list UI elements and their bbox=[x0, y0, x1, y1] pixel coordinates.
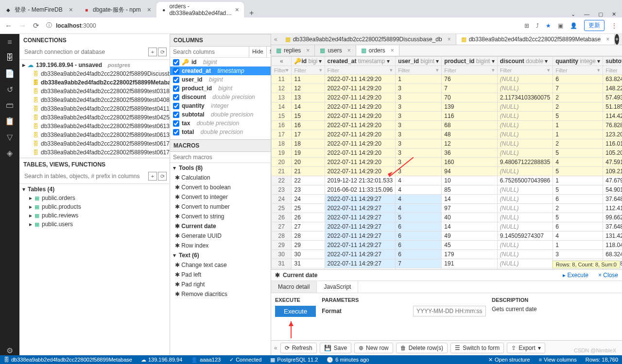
table-row[interactable]: 18 18 2022-07-11 14:29:20 3 12 (NULL) 2 … bbox=[272, 139, 622, 149]
column-header[interactable]: 🔑id bigi ▾ bbox=[292, 57, 325, 66]
menu-icon[interactable]: ≡ bbox=[7, 38, 12, 47]
macro-item[interactable]: ✱ Convert to string bbox=[170, 212, 271, 221]
table-row[interactable]: 27 27 2022-07-11 14:29:27 6 14 (NULL) 6 … bbox=[272, 222, 622, 232]
new-row-button[interactable]: ⊕ New row bbox=[354, 343, 393, 353]
switch-form-button[interactable]: ☰ Switch to form bbox=[450, 343, 504, 353]
macro-item[interactable]: ✱ Remove diacritics bbox=[170, 289, 271, 299]
status-host[interactable]: ☁ 139.196.89.94 bbox=[141, 357, 182, 363]
hide-button[interactable]: Hide bbox=[249, 47, 266, 57]
more-icon[interactable]: ⋮ bbox=[611, 22, 617, 29]
table-row[interactable]: 11 11 2022-07-11 14:29:20 1 76 (NULL) 6 … bbox=[272, 75, 622, 84]
db-node[interactable]: 🗄 db338ea9abb2ed4fadb2cc228002f58899test… bbox=[19, 131, 170, 139]
table-node[interactable]: ▸▦ public.orders bbox=[19, 194, 170, 202]
table-row[interactable]: 20 20 2022-07-11 14:29:20 3 160 9.480671… bbox=[272, 158, 622, 167]
db-node[interactable]: 🗄 db338ea9abb2ed4fadb2cc228002f58899test… bbox=[19, 96, 170, 104]
table-tab-active[interactable]: ▦orders× bbox=[356, 45, 399, 56]
table-row[interactable]: 13 13 2022-07-11 14:29:20 3 70 2.1173410… bbox=[272, 93, 622, 102]
chevron-left-icon[interactable]: « bbox=[274, 345, 277, 351]
db-node[interactable]: 🗄 db338ea9abb2ed4fadb2cc228002f58899Disc… bbox=[19, 69, 170, 78]
column-header[interactable]: discount double ▾ bbox=[497, 57, 553, 66]
view-columns-link[interactable]: ≡ View columns bbox=[539, 357, 577, 363]
forward-button[interactable]: → bbox=[19, 21, 26, 30]
db-node[interactable]: 🗄 db338ea9abb2ed4fadb2cc228002f58899test… bbox=[19, 148, 170, 157]
status-connected[interactable]: ✓ Connected bbox=[229, 357, 261, 363]
macro-item[interactable]: ✱ Calculation bbox=[170, 173, 271, 182]
history-icon[interactable]: ↺ bbox=[7, 85, 13, 94]
maximize-icon[interactable]: ▢ bbox=[598, 11, 603, 17]
file-icon[interactable]: 📄 bbox=[5, 69, 15, 78]
column-checkbox[interactable] bbox=[173, 77, 179, 83]
update-button[interactable]: 更新 bbox=[584, 20, 605, 31]
close-icon[interactable]: × bbox=[147, 6, 151, 14]
close-icon[interactable]: × bbox=[606, 36, 609, 43]
archive-icon[interactable]: 🗃 bbox=[6, 101, 14, 110]
table-row[interactable]: 17 17 2022-07-11 14:29:20 3 48 (NULL) 1 … bbox=[272, 130, 622, 139]
table-row[interactable]: 23 23 2016-06-02 11:33:15.096 4 85 (NULL… bbox=[272, 185, 622, 195]
status-engine[interactable]: ▦ PostgreSQL 11.2 bbox=[270, 357, 318, 363]
db-node[interactable]: 🗄 db338ea9abb2ed4fadb2cc228002f58899Meta… bbox=[19, 78, 170, 87]
panel-icon[interactable]: ▣ bbox=[558, 22, 563, 29]
status-user[interactable]: 👤 aaaa123 bbox=[191, 357, 221, 363]
db-node[interactable]: 🗄 db338ea9abb2ed4fadb2cc228002f58899test… bbox=[19, 113, 170, 122]
table-row[interactable]: 25 25 2022-07-11 14:29:27 4 97 (NULL) 2 … bbox=[272, 204, 622, 213]
column-checkbox[interactable] bbox=[173, 68, 179, 74]
server-node[interactable]: ▸☁ 139.196.89.94 - unsaved postgres bbox=[19, 61, 170, 69]
database-icon[interactable]: 🗄 bbox=[6, 53, 14, 62]
add-tab-button[interactable]: + bbox=[615, 34, 619, 45]
status-ago[interactable]: 🕓 6 minutes ago bbox=[327, 357, 369, 363]
new-tab-button[interactable]: + bbox=[244, 9, 259, 17]
db-node[interactable]: 🗄 db338ea9abb2ed4fadb2cc228002f58899test… bbox=[19, 87, 170, 96]
column-header[interactable]: subtotal double p ▾ bbox=[603, 57, 622, 66]
column-checkbox[interactable] bbox=[173, 94, 179, 100]
macro-item[interactable]: ✱ Change text case bbox=[170, 260, 271, 270]
column-item[interactable]: 🔑 id bigint bbox=[170, 58, 271, 66]
macro-item[interactable]: ✱ Convert to integer bbox=[170, 192, 271, 202]
execute-link[interactable]: ▸ Execute bbox=[563, 272, 588, 279]
execute-button[interactable]: Execute bbox=[275, 306, 316, 317]
share-icon[interactable]: ⤴ bbox=[536, 22, 539, 29]
refresh-button[interactable]: ⟳ bbox=[158, 172, 167, 181]
table-row[interactable]: 21 21 2022-07-11 14:29:20 3 94 (NULL) 5 … bbox=[272, 167, 622, 176]
macro-item[interactable]: ✱ Convert to number bbox=[170, 202, 271, 212]
browser-tab-active[interactable]: ●orders - db338ea9abb2ed4fad…× bbox=[156, 2, 244, 17]
chevron-down-icon[interactable]: ⌄ bbox=[571, 11, 575, 17]
data-grid[interactable]: «🔑id bigi ▾created_at timestamp ▾user_id… bbox=[271, 56, 622, 269]
table-row[interactable]: 28 28 2022-07-11 14:29:27 6 49 9.1450592… bbox=[272, 232, 622, 241]
clipboard-icon[interactable]: 📋 bbox=[5, 116, 15, 126]
macro-item[interactable]: ✱ Convert to boolean bbox=[170, 182, 271, 192]
column-checkbox[interactable] bbox=[173, 103, 179, 109]
table-row[interactable]: 19 19 2022-07-11 14:29:20 3 36 (NULL) 5 … bbox=[272, 149, 622, 158]
table-row[interactable]: 15 15 2022-07-11 14:29:20 3 116 (NULL) 5… bbox=[272, 112, 622, 121]
refresh-button[interactable]: ⟳ Refresh bbox=[280, 343, 317, 353]
db-node[interactable]: 🗄 db338ea9abb2ed4fadb2cc228002f58899test… bbox=[19, 122, 170, 131]
table-row[interactable]: 24 24 2022-07-11 14:29:27 4 14 (NULL) 6 … bbox=[272, 195, 622, 204]
macro-detail-tab[interactable]: Macro detail bbox=[271, 281, 317, 293]
table-row[interactable]: 22 22 2019-12-12 21:32:01.533 4 10 6.752… bbox=[272, 176, 622, 185]
column-search-input[interactable] bbox=[170, 47, 249, 57]
close-icon[interactable]: × bbox=[235, 6, 239, 14]
filter-icon[interactable]: ▽ bbox=[7, 132, 13, 142]
macro-group[interactable]: ▾ Text (6) bbox=[170, 250, 271, 260]
format-input[interactable] bbox=[413, 306, 486, 316]
browser-tab[interactable]: ■dbgate-服务 - npm× bbox=[78, 2, 156, 17]
close-icon[interactable]: × bbox=[306, 47, 310, 54]
minimize-icon[interactable]: — bbox=[584, 11, 589, 17]
db-tab[interactable]: ▦db338ea9abb2ed4fadb2cc228002f58899Discu… bbox=[280, 34, 456, 45]
filter-cell[interactable]: Filter▾ bbox=[396, 66, 442, 75]
db-tab-active[interactable]: ▦db338ea9abb2ed4fadb2cc228002f58899Metab… bbox=[456, 34, 615, 45]
column-checkbox[interactable] bbox=[173, 59, 179, 66]
macro-search-input[interactable] bbox=[170, 152, 271, 163]
close-icon[interactable]: × bbox=[391, 47, 394, 54]
column-item[interactable]: tax double precision bbox=[170, 119, 271, 128]
close-icon[interactable]: × bbox=[448, 36, 451, 43]
bookmark-icon[interactable]: ★ bbox=[546, 22, 551, 29]
tvf-search-input[interactable] bbox=[22, 171, 147, 182]
column-checkbox[interactable] bbox=[173, 85, 179, 92]
save-button[interactable]: 💾 Save bbox=[320, 343, 351, 353]
filter-cell[interactable]: Filter▾ bbox=[325, 66, 396, 75]
table-node[interactable]: ▸▦ public.reviews bbox=[19, 211, 170, 220]
column-header[interactable]: quantity intege ▾ bbox=[553, 57, 603, 66]
column-header[interactable]: product_id bigint ▾ bbox=[442, 57, 497, 66]
layers-icon[interactable]: ◈ bbox=[7, 149, 13, 158]
filter-cell[interactable]: Filter ▾ bbox=[272, 66, 292, 75]
